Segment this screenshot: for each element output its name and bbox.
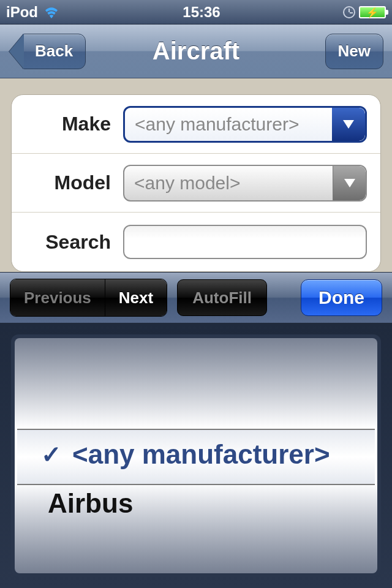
next-button[interactable]: Next xyxy=(105,279,167,316)
picker-area: ✓ <any manufacturer> Airbus xyxy=(0,323,392,588)
status-left: iPod xyxy=(6,4,60,21)
done-button-label: Done xyxy=(318,287,364,308)
make-select[interactable]: <any manufacturer> xyxy=(123,106,367,143)
content-area: Make <any manufacturer> Model <any model… xyxy=(0,78,392,272)
model-select[interactable]: <any model> xyxy=(123,165,367,202)
picker-inner: ✓ <any manufacturer> Airbus xyxy=(15,338,377,573)
new-button-label: New xyxy=(338,42,371,61)
previous-button[interactable]: Previous xyxy=(10,279,105,316)
input-accessory-bar: Previous Next AutoFill Done xyxy=(0,272,392,323)
make-label: Make xyxy=(25,113,123,135)
next-button-label: Next xyxy=(119,288,153,307)
picker-row-label: <any manufacturer> xyxy=(72,439,330,470)
previous-button-label: Previous xyxy=(24,288,91,307)
navigation-bar: Back Aircraft New xyxy=(0,24,392,78)
clock-time: 15:36 xyxy=(183,4,220,21)
autofill-button-label: AutoFill xyxy=(192,288,252,307)
prev-next-segment: Previous Next xyxy=(10,279,167,317)
carrier-label: iPod xyxy=(6,4,38,21)
back-button[interactable]: Back xyxy=(22,34,86,69)
picker-wheel[interactable]: ✓ <any manufacturer> Airbus xyxy=(11,334,381,577)
model-label: Model xyxy=(25,172,123,194)
make-select-value: <any manufacturer> xyxy=(135,114,300,135)
model-select-value: <any model> xyxy=(134,173,240,194)
wifi-icon xyxy=(43,6,60,18)
chevron-down-icon xyxy=(332,108,365,141)
picker-row-label: Airbus xyxy=(48,488,133,519)
alarm-icon xyxy=(343,6,355,18)
form-panel: Make <any manufacturer> Model <any model… xyxy=(11,94,381,272)
picker-row-selected[interactable]: ✓ <any manufacturer> xyxy=(15,430,377,479)
battery-charging-icon: ⚡ xyxy=(359,6,386,18)
autofill-button[interactable]: AutoFill xyxy=(177,279,267,316)
chevron-down-icon xyxy=(333,166,366,200)
status-bar: iPod 15:36 ⚡ xyxy=(0,0,392,24)
model-row: Model <any model> xyxy=(12,154,380,213)
done-button[interactable]: Done xyxy=(301,279,382,316)
picker-row[interactable]: Airbus xyxy=(15,479,377,528)
search-label: Search xyxy=(25,231,123,254)
checkmark-icon: ✓ xyxy=(39,440,64,469)
back-button-label: Back xyxy=(35,42,73,61)
search-input[interactable] xyxy=(123,225,367,259)
search-row: Search xyxy=(12,213,380,271)
make-row: Make <any manufacturer> xyxy=(12,95,380,154)
status-right: ⚡ xyxy=(343,6,386,18)
new-button[interactable]: New xyxy=(325,34,383,69)
